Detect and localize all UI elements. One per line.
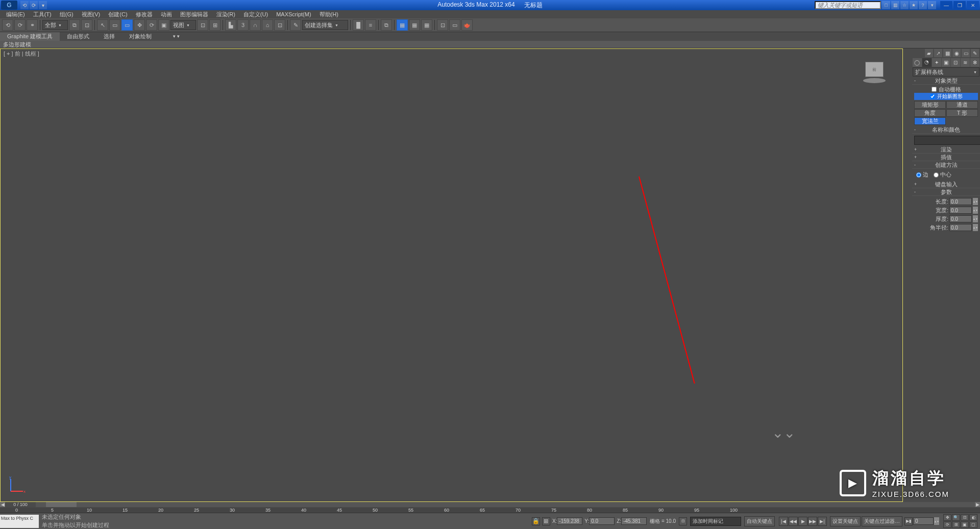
ribbon-tab-graphite[interactable]: Graphite 建模工具: [0, 32, 60, 41]
infocenter-icon[interactable]: ▥: [891, 1, 899, 9]
current-frame-input[interactable]: 0: [913, 517, 934, 525]
keyfilter-button[interactable]: 关键点过滤器…: [862, 516, 902, 526]
angle-snap-icon[interactable]: 3: [237, 19, 249, 31]
filter-icon[interactable]: ⧉: [69, 19, 80, 31]
param-width-spinner[interactable]: ▲▼: [973, 207, 978, 214]
spinner-snap-icon[interactable]: ⌂: [262, 19, 273, 31]
pivot-icon[interactable]: ⊡: [197, 19, 208, 31]
subscription-icon[interactable]: ☆: [900, 1, 909, 9]
method-edge-radio[interactable]: [916, 172, 921, 178]
slider-right-icon[interactable]: ▶: [975, 502, 980, 507]
param-thick-input[interactable]: 0.0: [949, 215, 972, 222]
tab-geometry-icon[interactable]: ◯: [913, 58, 922, 67]
ribbon-tab-selection[interactable]: 选择: [96, 32, 122, 41]
prev-frame-icon[interactable]: ◀◀: [789, 517, 798, 526]
frame-spinner[interactable]: ▲▼: [934, 517, 939, 525]
menu-group[interactable]: 组(G): [56, 11, 78, 18]
pan-icon[interactable]: ✥: [943, 514, 951, 521]
param-length-input[interactable]: 0.0: [949, 198, 972, 205]
menu-grapheditors[interactable]: 图形编辑器: [176, 11, 212, 18]
setkey-button[interactable]: 设置关键点: [830, 516, 861, 526]
menu-view[interactable]: 视图(V): [78, 11, 105, 18]
align-icon[interactable]: ≡: [365, 19, 376, 31]
viewport-label[interactable]: [ + ] 前 | 线框 ]: [4, 50, 39, 58]
menu-modifiers[interactable]: 修改器: [132, 11, 157, 18]
ribbon-subpanel[interactable]: 多边形建模: [0, 41, 980, 48]
method-center-radio[interactable]: [934, 172, 939, 178]
menu-rendering[interactable]: 渲染(R): [212, 11, 239, 18]
app-logo[interactable]: G: [1, 1, 17, 10]
rollout-title-method[interactable]: -创建方法: [912, 161, 980, 169]
cp-icon-1[interactable]: ▰: [925, 49, 933, 57]
rollout-title-interp[interactable]: +插值: [912, 154, 980, 161]
obj-btn-wallrect[interactable]: 墙矩形: [914, 101, 946, 109]
tab-shapes-icon[interactable]: ◔: [922, 58, 932, 67]
search-icon[interactable]: □: [882, 1, 890, 9]
goto-start-icon[interactable]: |◀: [779, 517, 788, 526]
help-dropdown-icon[interactable]: ▾: [928, 1, 936, 9]
select-region-icon[interactable]: ▭: [121, 19, 133, 31]
qat-dropdown[interactable]: ▾: [39, 1, 47, 9]
snap-toggle-icon[interactable]: ▙: [225, 19, 236, 31]
rollout-title-params[interactable]: -参数: [912, 188, 980, 196]
tab-cameras-icon[interactable]: ▣: [942, 58, 951, 67]
minimize-button[interactable]: —: [940, 1, 952, 9]
rollout-title-keyin[interactable]: +键盘输入: [912, 181, 980, 188]
rotate-icon[interactable]: ⟳: [146, 19, 157, 31]
slider-track[interactable]: [36, 502, 975, 507]
object-name-input[interactable]: [914, 136, 980, 145]
obj-btn-channel[interactable]: 通道: [946, 101, 978, 109]
param-radius-input[interactable]: 0.0: [949, 224, 972, 231]
rollout-title-objtype[interactable]: -对象类型: [912, 77, 980, 85]
rollout-title-name[interactable]: -名称和颜色: [912, 126, 980, 134]
time-slider[interactable]: ◀ 0 / 100 ▶: [0, 502, 980, 508]
maximize-vp-icon[interactable]: ▣: [961, 521, 969, 528]
maxscript-listener[interactable]: Max to Physx C: [0, 515, 39, 528]
ribbon-tab-freeform[interactable]: 自由形式: [60, 32, 96, 41]
qat-redo[interactable]: ⟳: [30, 1, 38, 9]
cp-icon-4[interactable]: ◉: [952, 49, 961, 57]
ribbon-tab-objpaint[interactable]: 对象绘制: [122, 32, 159, 41]
viewcube[interactable]: 前: [862, 62, 887, 87]
undo-icon[interactable]: ⟲: [2, 19, 13, 31]
param-width-input[interactable]: 0.0: [949, 207, 972, 214]
coord-y-input[interactable]: 0.0: [589, 517, 615, 525]
selection-set-dropdown[interactable]: 全部: [42, 20, 68, 30]
param-thick-spinner[interactable]: ▲▼: [973, 215, 978, 222]
next-frame-icon[interactable]: ▶▶: [808, 517, 817, 526]
goto-end-icon[interactable]: ▶|: [818, 517, 827, 526]
ref-coord-dropdown[interactable]: 视图: [170, 20, 196, 30]
category-dropdown[interactable]: 扩展样条线: [913, 67, 979, 77]
schematic-icon[interactable]: ▦: [409, 19, 420, 31]
material-editor-icon[interactable]: ▦: [421, 19, 432, 31]
render-frame-icon[interactable]: ▭: [449, 19, 460, 31]
viewcube-cube[interactable]: 前: [865, 62, 884, 77]
cp-icon-6[interactable]: ✎: [971, 49, 979, 57]
menu-edit[interactable]: 编辑(E): [2, 11, 29, 18]
tab-spacewarps-icon[interactable]: ≋: [961, 58, 970, 67]
curve-editor-icon[interactable]: ▦: [397, 19, 408, 31]
render-icon[interactable]: 🫖: [461, 19, 473, 31]
add-time-tag[interactable]: 添加时间标记: [690, 517, 741, 526]
obj-btn-tee[interactable]: T 形: [946, 109, 978, 117]
time-config-icon[interactable]: ⊡: [679, 517, 687, 525]
slider-thumb[interactable]: [46, 502, 77, 507]
menu-animation[interactable]: 动画: [157, 11, 176, 18]
minmax-toggle-icon[interactable]: ▢: [969, 521, 977, 528]
tab-lights-icon[interactable]: ✦: [932, 58, 941, 67]
named-selection-dropdown[interactable]: 创建选择集: [302, 20, 348, 30]
percent-snap-icon[interactable]: ∩: [250, 19, 261, 31]
param-radius-spinner[interactable]: ▲▼: [973, 224, 978, 231]
abs-rel-icon[interactable]: ⊞: [542, 517, 550, 525]
obj-btn-angle[interactable]: 角度: [914, 109, 946, 117]
maximize-button[interactable]: ❐: [953, 1, 966, 9]
fov-icon[interactable]: ◐: [969, 514, 977, 521]
menu-customize[interactable]: 自定义(U): [239, 11, 272, 18]
ribbon-collapse-icon[interactable]: ▼▼: [172, 34, 180, 39]
viewcube-disc[interactable]: [863, 78, 886, 83]
menu-help[interactable]: 帮助(H): [315, 11, 342, 18]
orbit-icon[interactable]: ⟳: [943, 521, 951, 528]
close-button[interactable]: ✕: [967, 1, 979, 9]
zoom-all-icon[interactable]: ⊡: [961, 514, 969, 521]
tab-systems-icon[interactable]: ✻: [970, 58, 979, 67]
